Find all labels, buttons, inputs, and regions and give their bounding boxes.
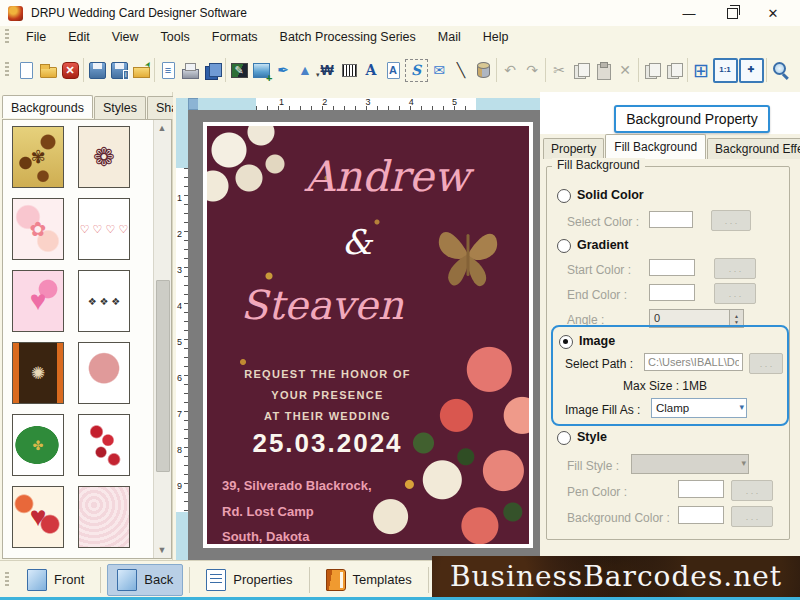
font-tool-icon[interactable]: A [361,60,382,81]
thumbnail-bg-dark-floral[interactable] [78,558,130,559]
thumbnail-bg-tribal-ganesha[interactable]: ✺ [12,342,64,404]
text-page-icon[interactable]: A [383,60,404,81]
image-label[interactable]: Image [579,334,615,348]
thumbnail-bg-gold-floral[interactable]: ✾ [12,126,64,188]
background-color-browse-button[interactable]: . . . [731,506,773,527]
menu-batch-processing-series[interactable]: Batch Processing Series [269,26,427,48]
delete-icon[interactable]: ✕ [615,60,636,81]
zoom-icon[interactable] [770,60,791,81]
add-image-icon[interactable] [251,60,272,81]
address-line-2[interactable]: Rd. Lost Camp [222,504,314,519]
image-fill-as-dropdown[interactable]: Clamp ▾ [651,398,747,418]
print-preview-icon[interactable]: ≡ [158,60,179,81]
shape-tool-icon[interactable]: ▲ [295,60,316,81]
solid-color-radio[interactable] [557,189,571,203]
save-as-icon[interactable]: i [109,60,130,81]
fit-page-icon[interactable]: ✚ [739,58,764,83]
groom-name-text[interactable]: Andrew [277,152,497,201]
redo-icon[interactable]: ↷ [522,60,543,81]
thumbnail-bg-leaf-ganesha[interactable]: ✤ [12,414,64,476]
wedding-card-preview[interactable]: Andrew & Steaven REQUEST THE HONOR OF YO… [203,122,533,548]
invite-line-3[interactable]: AT THEIR WEDDING [235,410,420,422]
thumbnail-bg-paisley[interactable]: ❁ [78,126,130,188]
menu-formats[interactable]: Formats [201,26,269,48]
pen-color-browse-button[interactable]: . . . [731,480,773,501]
bride-name-text[interactable]: Steaven [207,282,437,328]
close-file-icon[interactable]: ✕ [60,60,81,81]
invite-line-1[interactable]: REQUEST THE HONOR OF [235,368,420,380]
front-button[interactable]: Front [17,564,94,596]
menu-edit[interactable]: Edit [57,26,101,48]
scroll-down-icon[interactable]: ▼ [154,542,170,558]
thumbnail-bg-pink-lace[interactable] [78,486,130,548]
undo-icon[interactable]: ↶ [500,60,521,81]
thumbnail-bg-rose-petals[interactable] [78,414,130,476]
new-document-icon[interactable] [16,60,37,81]
solid-color-label[interactable]: Solid Color [577,188,644,202]
grid-view-icon[interactable]: ⊞ [691,60,712,81]
tab-backgrounds[interactable]: Backgrounds [2,95,93,118]
menu-view[interactable]: View [101,26,150,48]
maximize-restore-button[interactable] [710,1,752,25]
end-color-browse-button[interactable]: . . . [714,283,756,304]
style-label[interactable]: Style [577,430,607,444]
tab-fill-background[interactable]: Fill Background [605,134,706,159]
tab-property[interactable]: Property [543,138,604,159]
properties-button[interactable]: Properties [196,564,302,596]
invite-line-2[interactable]: YOUR PRESENCE [235,389,420,401]
select-path-input[interactable] [644,353,743,371]
mail-envelope-icon[interactable]: ✉ [429,60,450,81]
thumbnail-bg-pink-elephant[interactable] [78,342,130,404]
line-tool-icon[interactable]: ╲ [451,60,472,81]
select-color-input[interactable] [649,211,693,228]
ampersand-text[interactable]: & [247,222,467,262]
gradient-radio[interactable] [557,239,571,253]
wedding-date-text[interactable]: 25.03.2024 [225,428,430,459]
edit-image-icon[interactable]: ✎ [229,60,250,81]
fill-style-dropdown[interactable]: ▾ [631,454,749,474]
print-icon[interactable] [180,60,201,81]
export-folder-icon[interactable] [131,60,152,81]
copy-icon[interactable] [571,60,592,81]
menu-file[interactable]: File [15,26,57,48]
bring-to-front-icon[interactable] [642,60,663,81]
address-line-1[interactable]: 39, Silverado Blackrock, [222,478,372,493]
start-color-input[interactable] [649,259,695,276]
menu-mail[interactable]: Mail [427,26,472,48]
style-text-icon[interactable]: S [405,59,428,82]
actual-size-icon[interactable]: 1:1 [713,58,738,83]
scrollbar-thumb[interactable] [156,280,170,472]
copies-icon[interactable] [202,60,223,81]
back-button[interactable]: Back [107,564,183,596]
open-file-icon[interactable] [38,60,59,81]
tab-background-effects[interactable]: Background Effects [707,138,800,159]
thumbnail-bg-gold-ornate[interactable] [12,558,64,559]
cut-icon[interactable]: ✂ [549,60,570,81]
thumbnail-bg-glossy-hearts[interactable]: ♥ [12,270,64,332]
select-path-browse-button[interactable]: . . . [749,353,783,374]
address-line-3[interactable]: South, Dakota [222,529,309,544]
pen-tool-icon[interactable]: ✒ [273,60,294,81]
image-radio[interactable] [559,335,573,349]
tab-styles[interactable]: Styles [94,96,146,119]
paste-icon[interactable] [593,60,614,81]
thumbnail-bg-pink-flowers[interactable]: ✿ [12,198,64,260]
barcode-icon[interactable] [339,60,360,81]
menu-help[interactable]: Help [472,26,520,48]
templates-button[interactable]: Templates [316,564,422,596]
pen-color-input[interactable] [678,480,724,498]
background-color-input[interactable] [678,506,724,524]
select-color-browse-button[interactable]: . . . [711,210,751,231]
thumbnail-bg-dancing-couples[interactable]: ❖ ❖ ❖ [78,270,130,332]
menu-tools[interactable]: Tools [150,26,201,48]
save-icon[interactable] [87,60,108,81]
scroll-up-icon[interactable]: ▲ [154,120,170,136]
watermark-barcode-icon[interactable]: ₩ [317,60,338,81]
send-to-back-icon[interactable] [664,60,685,81]
close-button[interactable]: ✕ [752,1,794,25]
thumbnail-bg-patterned-hearts[interactable]: ♥ [12,486,64,548]
gradient-label[interactable]: Gradient [577,238,628,252]
style-radio[interactable] [557,431,571,445]
backgrounds-scrollbar[interactable]: ▲ ▼ [153,120,171,558]
minimize-button[interactable]: — [668,1,710,25]
